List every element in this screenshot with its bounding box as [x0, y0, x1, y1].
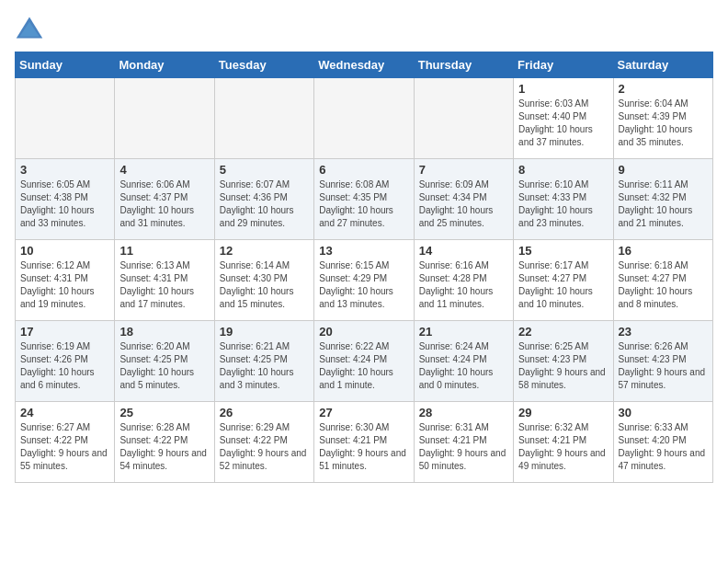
calendar-cell: 9Sunrise: 6:11 AM Sunset: 4:32 PM Daylig… [613, 159, 712, 240]
calendar-cell: 24Sunrise: 6:27 AM Sunset: 4:22 PM Dayli… [16, 402, 115, 483]
day-number: 19 [220, 325, 309, 339]
calendar-cell [214, 78, 313, 159]
day-number: 5 [220, 163, 309, 177]
day-number: 22 [518, 325, 608, 339]
day-info: Sunrise: 6:29 AM Sunset: 4:22 PM Dayligh… [220, 421, 309, 473]
calendar-cell [115, 78, 214, 159]
day-number: 4 [119, 163, 209, 177]
calendar-cell: 19Sunrise: 6:21 AM Sunset: 4:25 PM Dayli… [214, 321, 313, 402]
header-thursday: Thursday [414, 52, 513, 78]
day-info: Sunrise: 6:06 AM Sunset: 4:37 PM Dayligh… [119, 178, 209, 230]
day-number: 11 [119, 244, 209, 258]
day-info: Sunrise: 6:05 AM Sunset: 4:38 PM Dayligh… [20, 178, 109, 230]
day-number: 15 [518, 244, 608, 258]
header-tuesday: Tuesday [214, 52, 313, 78]
calendar-header-row: SundayMondayTuesdayWednesdayThursdayFrid… [16, 52, 713, 78]
day-number: 17 [20, 325, 109, 339]
day-info: Sunrise: 6:04 AM Sunset: 4:39 PM Dayligh… [619, 98, 708, 149]
calendar-cell: 21Sunrise: 6:24 AM Sunset: 4:24 PM Dayli… [414, 321, 513, 402]
day-info: Sunrise: 6:03 AM Sunset: 4:40 PM Dayligh… [518, 98, 608, 149]
header-sunday: Sunday [16, 52, 115, 78]
day-info: Sunrise: 6:24 AM Sunset: 4:24 PM Dayligh… [419, 340, 508, 392]
calendar-cell: 23Sunrise: 6:26 AM Sunset: 4:23 PM Dayli… [613, 321, 712, 402]
header-monday: Monday [115, 52, 214, 78]
calendar-cell [16, 78, 115, 159]
day-number: 25 [119, 406, 209, 419]
day-number: 8 [518, 163, 608, 177]
day-number: 14 [419, 244, 508, 258]
calendar-cell: 26Sunrise: 6:29 AM Sunset: 4:22 PM Dayli… [214, 402, 313, 483]
day-info: Sunrise: 6:25 AM Sunset: 4:23 PM Dayligh… [518, 340, 608, 392]
calendar-week-row: 1Sunrise: 6:03 AM Sunset: 4:40 PM Daylig… [16, 78, 713, 159]
calendar-cell: 3Sunrise: 6:05 AM Sunset: 4:38 PM Daylig… [16, 159, 115, 240]
calendar-cell: 20Sunrise: 6:22 AM Sunset: 4:24 PM Dayli… [314, 321, 414, 402]
day-info: Sunrise: 6:16 AM Sunset: 4:28 PM Dayligh… [419, 259, 508, 311]
calendar-cell: 6Sunrise: 6:08 AM Sunset: 4:35 PM Daylig… [314, 159, 414, 240]
day-info: Sunrise: 6:22 AM Sunset: 4:24 PM Dayligh… [319, 340, 408, 392]
day-number: 12 [220, 244, 309, 258]
day-info: Sunrise: 6:11 AM Sunset: 4:32 PM Dayligh… [619, 178, 708, 230]
calendar-cell: 10Sunrise: 6:12 AM Sunset: 4:31 PM Dayli… [16, 240, 115, 321]
header-friday: Friday [514, 52, 613, 78]
day-number: 6 [319, 163, 408, 177]
day-info: Sunrise: 6:07 AM Sunset: 4:36 PM Dayligh… [220, 178, 309, 230]
header-wednesday: Wednesday [314, 52, 414, 78]
calendar-cell: 4Sunrise: 6:06 AM Sunset: 4:37 PM Daylig… [115, 159, 214, 240]
day-number: 20 [319, 325, 408, 339]
calendar-cell: 1Sunrise: 6:03 AM Sunset: 4:40 PM Daylig… [514, 78, 613, 159]
calendar-cell: 2Sunrise: 6:04 AM Sunset: 4:39 PM Daylig… [613, 78, 712, 159]
day-number: 21 [419, 325, 508, 339]
day-number: 9 [619, 163, 708, 177]
day-info: Sunrise: 6:18 AM Sunset: 4:27 PM Dayligh… [619, 259, 708, 311]
calendar-cell: 5Sunrise: 6:07 AM Sunset: 4:36 PM Daylig… [214, 159, 313, 240]
day-number: 24 [20, 406, 109, 419]
day-info: Sunrise: 6:13 AM Sunset: 4:31 PM Dayligh… [119, 259, 209, 311]
day-info: Sunrise: 6:09 AM Sunset: 4:34 PM Dayligh… [419, 178, 508, 230]
day-info: Sunrise: 6:17 AM Sunset: 4:27 PM Dayligh… [518, 259, 608, 311]
page-header [15, 15, 713, 40]
day-number: 23 [619, 325, 708, 339]
calendar-cell: 30Sunrise: 6:33 AM Sunset: 4:20 PM Dayli… [613, 402, 712, 483]
day-info: Sunrise: 6:14 AM Sunset: 4:30 PM Dayligh… [220, 259, 309, 311]
calendar-cell: 27Sunrise: 6:30 AM Sunset: 4:21 PM Dayli… [314, 402, 414, 483]
calendar-week-row: 24Sunrise: 6:27 AM Sunset: 4:22 PM Dayli… [16, 402, 713, 483]
day-info: Sunrise: 6:10 AM Sunset: 4:33 PM Dayligh… [518, 178, 608, 230]
calendar-cell [314, 78, 414, 159]
day-number: 18 [119, 325, 209, 339]
calendar-week-row: 3Sunrise: 6:05 AM Sunset: 4:38 PM Daylig… [16, 159, 713, 240]
day-number: 28 [419, 406, 508, 419]
day-number: 16 [619, 244, 708, 258]
day-info: Sunrise: 6:30 AM Sunset: 4:21 PM Dayligh… [319, 421, 408, 473]
day-info: Sunrise: 6:20 AM Sunset: 4:25 PM Dayligh… [119, 340, 209, 392]
day-info: Sunrise: 6:19 AM Sunset: 4:26 PM Dayligh… [20, 340, 109, 392]
day-info: Sunrise: 6:26 AM Sunset: 4:23 PM Dayligh… [619, 340, 708, 392]
day-info: Sunrise: 6:28 AM Sunset: 4:22 PM Dayligh… [119, 421, 209, 473]
header-saturday: Saturday [613, 52, 712, 78]
calendar-cell: 16Sunrise: 6:18 AM Sunset: 4:27 PM Dayli… [613, 240, 712, 321]
calendar-cell: 7Sunrise: 6:09 AM Sunset: 4:34 PM Daylig… [414, 159, 513, 240]
day-number: 29 [518, 406, 608, 419]
day-number: 1 [518, 82, 608, 96]
day-number: 30 [619, 406, 708, 419]
calendar-table: SundayMondayTuesdayWednesdayThursdayFrid… [15, 52, 713, 483]
day-info: Sunrise: 6:15 AM Sunset: 4:29 PM Dayligh… [319, 259, 408, 311]
calendar-cell: 14Sunrise: 6:16 AM Sunset: 4:28 PM Dayli… [414, 240, 513, 321]
calendar-cell: 29Sunrise: 6:32 AM Sunset: 4:21 PM Dayli… [514, 402, 613, 483]
day-info: Sunrise: 6:21 AM Sunset: 4:25 PM Dayligh… [220, 340, 309, 392]
day-number: 10 [20, 244, 109, 258]
logo-icon [15, 15, 44, 40]
day-info: Sunrise: 6:31 AM Sunset: 4:21 PM Dayligh… [419, 421, 508, 473]
calendar-cell: 22Sunrise: 6:25 AM Sunset: 4:23 PM Dayli… [514, 321, 613, 402]
calendar-cell: 15Sunrise: 6:17 AM Sunset: 4:27 PM Dayli… [514, 240, 613, 321]
calendar-cell: 18Sunrise: 6:20 AM Sunset: 4:25 PM Dayli… [115, 321, 214, 402]
calendar-cell: 11Sunrise: 6:13 AM Sunset: 4:31 PM Dayli… [115, 240, 214, 321]
day-info: Sunrise: 6:27 AM Sunset: 4:22 PM Dayligh… [20, 421, 109, 473]
day-number: 3 [20, 163, 109, 177]
day-info: Sunrise: 6:08 AM Sunset: 4:35 PM Dayligh… [319, 178, 408, 230]
day-number: 2 [619, 82, 708, 96]
day-info: Sunrise: 6:33 AM Sunset: 4:20 PM Dayligh… [619, 421, 708, 473]
day-number: 26 [220, 406, 309, 419]
calendar-cell: 8Sunrise: 6:10 AM Sunset: 4:33 PM Daylig… [514, 159, 613, 240]
calendar-cell [414, 78, 513, 159]
calendar-cell: 25Sunrise: 6:28 AM Sunset: 4:22 PM Dayli… [115, 402, 214, 483]
